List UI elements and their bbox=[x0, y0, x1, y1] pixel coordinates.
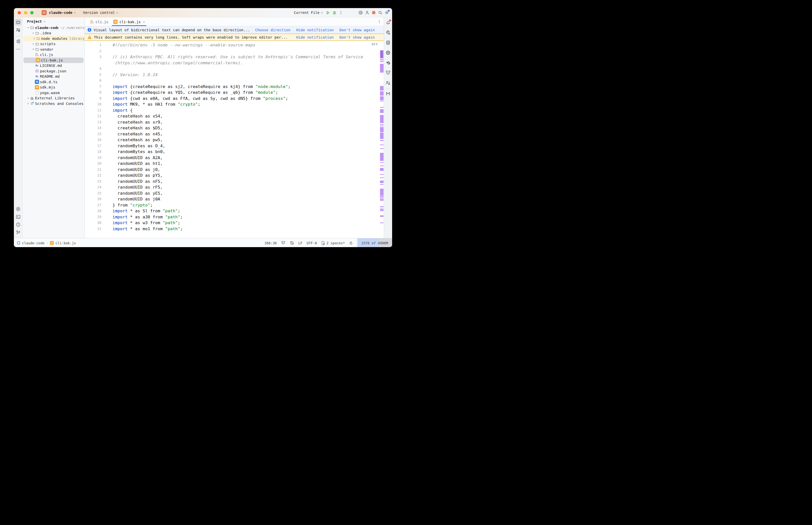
version-control-menu[interactable]: Version control bbox=[83, 11, 118, 15]
tree-item-package.json[interactable]: {}package.json bbox=[23, 68, 85, 74]
tree-item-scripts[interactable]: scripts bbox=[23, 41, 85, 47]
code-line[interactable]: 28import * as Sl from "path"; bbox=[85, 208, 384, 214]
code-line[interactable]: 14 createHash as $D5, bbox=[85, 125, 384, 131]
code-line[interactable]: 30import * as w3 from "path"; bbox=[85, 220, 384, 226]
breadcrumb-file[interactable]: cli-bak.js bbox=[56, 241, 76, 245]
project-menu[interactable]: claude-code bbox=[49, 11, 76, 15]
code-line[interactable]: 2 bbox=[85, 48, 384, 54]
tree-item-node_modules[interactable]: node_moduleslibrary bbox=[24, 36, 85, 41]
encoding-widget[interactable]: UTF-8 bbox=[307, 241, 317, 245]
tree-item-yoga.wasm[interactable]: yoga.wasm bbox=[23, 90, 85, 95]
code-line[interactable]: 24 randomUUID as rF5, bbox=[85, 184, 384, 190]
circle-x-tool-button[interactable] bbox=[385, 49, 392, 56]
tool-window-problems-button[interactable] bbox=[15, 221, 21, 228]
minimize-window-button[interactable] bbox=[24, 11, 27, 14]
more-actions-button[interactable] bbox=[338, 9, 344, 16]
hide-notification-link[interactable]: Hide notification bbox=[296, 35, 334, 39]
tree-item-Scratches and Consoles[interactable]: Scratches and Consoles bbox=[23, 101, 85, 106]
code-line[interactable]: 15 createHash as n45, bbox=[85, 131, 384, 137]
code-line[interactable]: 23 randomUUID as nF5, bbox=[85, 179, 384, 184]
tool-window-git-button[interactable] bbox=[15, 229, 21, 236]
indent-widget[interactable]: 2 spaces* bbox=[321, 241, 345, 245]
code-line[interactable]: 29import * as a30 from "path"; bbox=[85, 214, 384, 220]
code-line[interactable]: 22 randomUUID as pY5, bbox=[85, 172, 384, 179]
memory-indicator[interactable]: 2376 of 4900M bbox=[357, 238, 392, 247]
run-configuration-selector[interactable]: Current File bbox=[293, 11, 325, 15]
code-line[interactable]: 8import {createRequire as YQ5, createReq… bbox=[85, 90, 384, 95]
code-line[interactable]: 19 randomUUID as A2A, bbox=[85, 155, 384, 161]
dont-show-again-link[interactable]: Don't show again bbox=[339, 35, 375, 39]
lock-open-icon[interactable] bbox=[349, 241, 353, 245]
markdown-tool-button[interactable] bbox=[385, 91, 392, 97]
hide-notification-link[interactable]: Hide notification bbox=[296, 28, 334, 32]
project-panel-header[interactable]: Project bbox=[23, 17, 85, 25]
close-window-button[interactable] bbox=[18, 11, 21, 14]
tree-item-README.md[interactable]: M↓README.md bbox=[23, 74, 85, 79]
code-line[interactable]: 26 randomUUID as j0A bbox=[85, 196, 384, 202]
settings-button[interactable] bbox=[384, 9, 390, 16]
code-with-me-tool-button[interactable] bbox=[385, 80, 392, 86]
notifications-button[interactable] bbox=[385, 19, 392, 26]
zoom-window-button[interactable] bbox=[30, 11, 33, 14]
tab-cli-js[interactable]: 100JS cli.js bbox=[88, 18, 111, 26]
database-tool-button[interactable] bbox=[385, 39, 392, 46]
tab-cli-bak-js[interactable]: JS cli-bak.js × bbox=[111, 18, 147, 26]
copilot-tool-button[interactable] bbox=[385, 70, 392, 76]
code-line[interactable]: 17 randomBytes as O_4, bbox=[85, 143, 384, 149]
code-line[interactable]: 5// Version: 1.0.24 bbox=[85, 72, 384, 78]
run-button[interactable] bbox=[325, 9, 331, 16]
copilot-status-icon[interactable] bbox=[281, 241, 285, 245]
choose-direction-link[interactable]: Choose direction bbox=[255, 28, 291, 32]
code-line[interactable]: 11import { bbox=[85, 107, 384, 114]
ai-assistant-tool-button[interactable] bbox=[385, 29, 392, 36]
tree-item-claude-code[interactable]: claude-code~/.nvm/vers bbox=[23, 25, 85, 31]
code-editor[interactable]: 1#!/usr/bin/env -S node --no-warnings --… bbox=[85, 41, 384, 238]
code-line[interactable]: 7import {createRequire as sj2, createReq… bbox=[85, 84, 384, 90]
search-everywhere-button[interactable] bbox=[377, 9, 384, 16]
tab-list-button[interactable] bbox=[377, 20, 381, 24]
tree-item-vendor[interactable]: vendor bbox=[23, 47, 85, 52]
code-line[interactable]: 10import MK9, * as HA1 from "crypto"; bbox=[85, 101, 384, 107]
code-line[interactable]: 31import * as mo1 from "path"; bbox=[85, 226, 384, 232]
editor-scrollbar[interactable] bbox=[380, 41, 384, 238]
code-line[interactable]: 25 randomUUID as yE5, bbox=[85, 190, 384, 196]
code-line[interactable]: 16 createHash as pw5, bbox=[85, 137, 384, 143]
tree-item-LICENSE.md[interactable]: M↓LICENSE.md bbox=[23, 63, 85, 69]
more-tool-windows-button[interactable] bbox=[15, 46, 21, 52]
plugin-starburst-button[interactable] bbox=[370, 9, 377, 16]
scrollbar-thumb[interactable] bbox=[381, 51, 383, 58]
tree-item-sdk.mjs[interactable]: JSsdk.mjs bbox=[23, 85, 85, 90]
code-line[interactable]: 6 bbox=[85, 78, 384, 84]
dont-show-again-link[interactable]: Don't show again bbox=[339, 28, 375, 32]
code-line[interactable]: 1#!/usr/bin/env -S node --no-warnings --… bbox=[85, 42, 384, 48]
tool-window-vcs-button[interactable]: ? bbox=[15, 27, 21, 33]
ai-assistant-button[interactable] bbox=[357, 9, 364, 16]
code-line[interactable]: 18 randomBytes as bn0, bbox=[85, 149, 384, 155]
close-tab-icon[interactable]: × bbox=[143, 20, 145, 24]
tool-window-terminal-button[interactable] bbox=[15, 214, 21, 220]
code-line[interactable]: 9import {cwd as e0A, cwd as FfA, cwd as … bbox=[85, 95, 384, 102]
code-line[interactable]: (https://www.anthropic.com/legal/commerc… bbox=[85, 60, 384, 66]
code-line[interactable]: 13 createHash as xr9, bbox=[85, 119, 384, 125]
highlighting-off-icon[interactable] bbox=[290, 241, 294, 245]
code-line[interactable]: 21 randomUUID as j0, bbox=[85, 167, 384, 173]
line-ending-widget[interactable]: LF bbox=[298, 241, 302, 245]
tool-window-services-button[interactable] bbox=[15, 206, 21, 212]
code-line[interactable]: 20 randomUUID as ht1, bbox=[85, 161, 384, 167]
caret-position-widget[interactable]: 266:36 bbox=[264, 241, 277, 245]
tool-window-project-button[interactable] bbox=[15, 19, 21, 26]
tree-item-cli-bak.js[interactable]: JScli-bak.js bbox=[24, 58, 84, 63]
tree-item-.idea[interactable]: .idea bbox=[23, 31, 85, 36]
debug-button[interactable] bbox=[331, 9, 338, 16]
code-line[interactable]: 27} from "crypto"; bbox=[85, 202, 384, 208]
code-line[interactable]: 4 bbox=[85, 66, 384, 72]
code-line[interactable]: 3// (c) Anthropic PBC. All rights reserv… bbox=[85, 54, 384, 60]
plugin-tool-button[interactable] bbox=[385, 60, 392, 66]
add-user-button[interactable] bbox=[364, 9, 370, 16]
tree-item-External Libraries[interactable]: External Libraries bbox=[23, 95, 85, 101]
tool-window-structure-button[interactable] bbox=[15, 38, 21, 45]
code-line[interactable]: 12 createHash as xS4, bbox=[85, 113, 384, 119]
breadcrumb-project[interactable]: claude-code bbox=[22, 241, 44, 245]
tree-item-cli.js[interactable]: 100JScli.js bbox=[23, 52, 85, 58]
tree-item-sdk.d.ts[interactable]: TSsdk.d.ts bbox=[23, 79, 85, 85]
